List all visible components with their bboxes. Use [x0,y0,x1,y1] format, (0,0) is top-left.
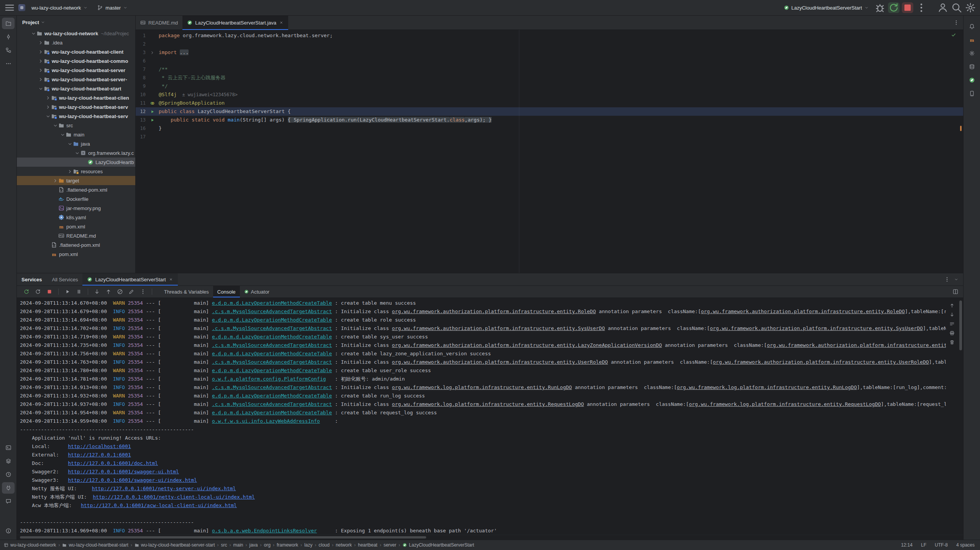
breadcrumb-item[interactable]: server [384,542,396,548]
code-line[interactable]: 2 [136,40,963,48]
services-tab[interactable]: LazyCloudHeartbeatServerStart [82,273,177,286]
breadcrumb-item[interactable]: network [336,542,352,548]
indent-indicator[interactable]: 4 spaces [956,542,975,548]
logger-link[interactable]: e.d.p.m.d.LazyOperationMethodCreateTable [212,368,332,373]
database-tool-button[interactable] [965,61,978,72]
console-link[interactable]: http://127.0.0.1:6001 [68,452,131,458]
fold-region-icon[interactable] [150,50,155,55]
tree-item[interactable]: wu-lazy-cloud-heartbeat-start [17,84,135,93]
breadcrumb-item[interactable]: wu-lazy-cloud-heartbeat-start [62,542,128,548]
logger-link[interactable]: .c.s.m.MysqlSourceAdvancedTargetAbstract [212,359,332,365]
close-tab-icon[interactable] [169,277,173,282]
code-line[interactable]: 9 */ [136,82,963,90]
chevron-down-icon[interactable] [60,132,66,138]
tree-item[interactable]: mpom.xml [17,222,135,231]
services-tab[interactable]: All Services [48,273,83,286]
clear-icon[interactable] [949,340,955,345]
chevron-down-icon[interactable] [38,86,44,92]
console-horizontal-scrollbar[interactable] [17,535,963,540]
line-separator-indicator[interactable]: LF [921,542,926,548]
chevron-right-icon[interactable] [38,67,44,73]
inspections-widget[interactable] [951,32,956,38]
code-line[interactable]: 13 public static void main(String[] args… [136,116,963,124]
tree-item[interactable]: wu-lazy-cloud-heartbeat-serv [17,112,135,121]
tree-item[interactable]: org.framework.lazy.c [17,148,135,158]
project-selector[interactable]: wu-lazy-cloud-network [28,2,91,13]
code-editor[interactable]: 1package org.framework.lazy.cloud.networ… [136,30,963,273]
chevron-right-icon[interactable] [45,104,51,110]
build-tool-button[interactable] [2,455,15,467]
breadcrumb-item[interactable]: java [250,542,258,548]
console-link[interactable]: http://localhost:6001 [68,443,131,449]
breadcrumb-item[interactable]: wu-lazy-cloud-heartbeat-server-start [135,542,215,548]
run-console[interactable]: 2024-09-28T11:13:14.670+08:00 WARN 25354… [17,297,963,535]
console-view-tab[interactable]: Console [213,286,240,297]
console-link[interactable]: http://127.0.0.1:6001/netty-server-ui/in… [92,486,236,491]
tree-item[interactable]: main [17,130,135,139]
console-view-tab[interactable]: Threads & Variables [160,286,213,297]
tree-item[interactable]: Dockerfile [17,194,135,204]
spring-tool-button[interactable] [965,74,978,86]
console-link[interactable]: http://127.0.0.1:6001/swagger-ui.html [68,469,179,474]
project-panel-header[interactable]: Project [17,16,135,29]
chevron-down-icon[interactable] [67,141,73,147]
project-avatar[interactable] [18,4,25,11]
tree-item[interactable]: wu-lazy-cloud-heartbeat-server- [17,75,135,84]
breadcrumb-item[interactable]: heartbeat [358,542,378,548]
chevron-right-icon[interactable] [53,178,58,184]
code-line[interactable]: 1package org.framework.lazy.cloud.networ… [136,31,963,40]
logger-link[interactable]: e.d.p.m.d.LazyOperationMethodCreateTable [212,317,332,323]
project-tool-button[interactable] [2,18,15,29]
profiler-tool-button[interactable] [2,469,15,480]
rerun-button[interactable] [21,287,31,296]
code-line[interactable]: 11@SpringBootApplication [136,99,963,107]
chat-tool-button[interactable] [2,496,15,507]
tree-item[interactable]: wu-lazy-cloud-heartbeat-serv [17,102,135,112]
account-button[interactable] [937,2,949,13]
editor-tab[interactable]: LazyCloudHeartbeatServerStart.java [182,16,288,30]
console-link[interactable]: http://127.0.0.1:6001/netty-client-local… [93,494,255,500]
tree-item[interactable]: java [17,139,135,148]
logger-link[interactable]: o.s.b.a.e.web.EndpointLinksResolver [212,528,317,534]
tree-item[interactable]: .flattened-pom.xml [17,240,135,250]
cursor-position-indicator[interactable]: 12:14 [901,542,913,548]
services-tool-button[interactable] [2,482,15,494]
editor-tab-options-icon[interactable] [953,20,959,26]
breadcrumb-item[interactable]: lazy [304,542,312,548]
close-tab-icon[interactable] [279,20,284,25]
run-more-options-button[interactable] [916,2,927,13]
tree-item[interactable]: wu-lazy-cloud-heartbeat-server [17,66,135,75]
tree-item[interactable]: wu-lazy-cloud-heartbeat-client [17,47,135,56]
stop-button[interactable] [44,287,54,296]
logger-link[interactable]: e.d.p.m.d.LazyOperationMethodCreateTable [212,410,332,415]
console-link[interactable]: http://127.0.0.1:6001/swagger-ui/index.h… [68,477,197,483]
code-line[interactable]: 6 [136,57,963,65]
breadcrumb-item[interactable]: main [233,542,243,548]
terminal-tool-button[interactable] [2,442,15,453]
logger-link[interactable]: .c.s.m.MysqlSourceAdvancedTargetAbstract [212,325,332,331]
scroll-to-top-icon[interactable] [949,303,955,308]
restart-button[interactable] [33,287,43,296]
move-down-button[interactable] [92,287,102,296]
stop-button[interactable] [902,2,913,13]
breadcrumb-item[interactable]: org [264,542,271,548]
hide-tool-window-icon[interactable] [954,277,959,282]
breadcrumb-item[interactable]: LazyCloudHeartbeatServerStart [402,542,474,548]
code-line[interactable]: 17 [136,133,963,141]
tree-item[interactable]: .flattened-pom.xml [17,185,135,194]
chevron-right-icon[interactable] [45,95,51,101]
chevron-down-icon[interactable] [74,150,80,156]
commit-tool-button[interactable] [2,31,15,43]
tree-item[interactable]: resources [17,167,135,176]
gradle-tool-button[interactable] [965,48,978,59]
tree-item[interactable]: .idea [17,38,135,47]
soft-wrap-icon[interactable] [949,321,955,327]
code-line[interactable]: 16} [136,124,963,133]
pause-button[interactable] [74,287,84,296]
split-console-icon[interactable] [952,289,959,295]
console-link[interactable]: http://127.0.0.1:6001/doc.html [68,460,158,466]
problems-tool-button[interactable] [2,525,15,537]
main-menu-icon[interactable] [4,2,15,13]
tree-item[interactable]: LazyCloudHeartb [17,158,135,167]
logger-link[interactable]: e.d.p.m.d.LazyOperationMethodCreateTable [212,393,332,399]
